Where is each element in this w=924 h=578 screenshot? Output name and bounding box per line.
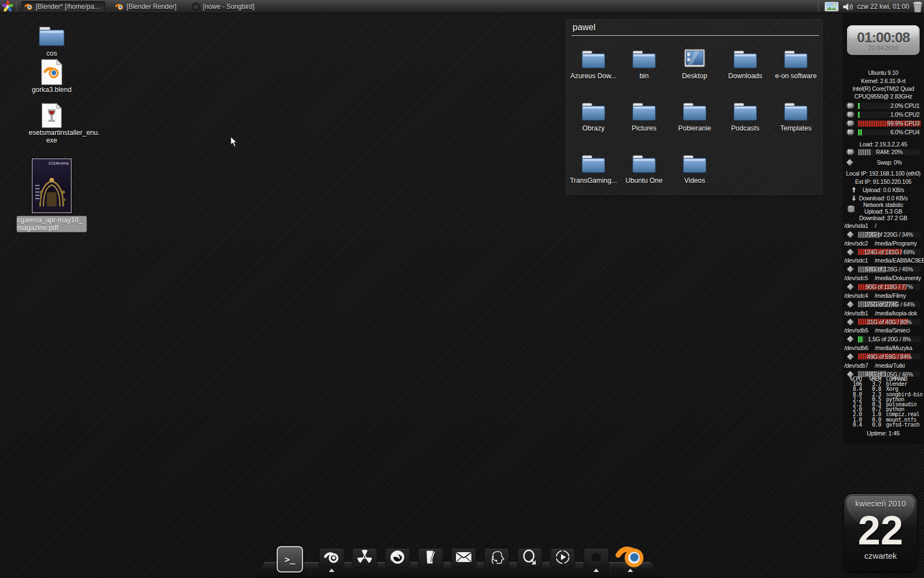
folder-view-item[interactable]: Podcasts: [720, 97, 771, 149]
disk-diamond-icon: [846, 265, 855, 273]
dock-launcher-mail[interactable]: [455, 549, 472, 565]
folder-view-item[interactable]: Desktop: [669, 45, 720, 97]
process-row: 0.40.0gvfsd-trash: [848, 422, 923, 427]
folder-view-item[interactable]: TransGaming...: [568, 149, 619, 201]
disk-device-row: /dev/sdb5/media/Smieci: [844, 326, 923, 334]
folder-view-item-label: Podcasts: [731, 124, 759, 132]
folder-view-item-label: Downloads: [728, 72, 762, 80]
disk-mount: /media/Filmy: [875, 292, 906, 299]
desktop-icon-gorka3-blend[interactable]: gorka3.blend: [29, 58, 75, 94]
desktop-icon-label: gorka3.blend: [29, 86, 75, 94]
pdf-magazine-icon[interactable]: CGArena: [32, 159, 72, 213]
blender-logo-icon: [43, 65, 61, 79]
selected-icon-label[interactable]: cgarena_apr-may10_ magazine.pdf: [16, 216, 87, 232]
dock-launcher-q-letter[interactable]: [521, 549, 538, 565]
folder-view-item[interactable]: Pictures: [619, 97, 669, 149]
running-indicator-arrow: [593, 569, 599, 572]
cpu-bar-fill: [858, 129, 862, 135]
wine-glass-icon: [46, 108, 58, 124]
magazine-cover-art: [32, 168, 71, 212]
taskbar-task-3[interactable]: [nowe - Songbird]: [189, 1, 260, 12]
disk-mount: /media/Tutki: [875, 362, 905, 369]
disk-mount: /media/Smieci: [875, 327, 910, 334]
conky-system-monitor: 01:00:08 22.04.2010 Ubuntu 9.10 Kernel: …: [843, 13, 924, 444]
disk-diamond-icon: [846, 248, 855, 256]
taskbar-task-1[interactable]: [Blender* [/home/pa...: [21, 1, 105, 12]
folder-view-grid: Azureus Dow...binDesktopDownloadse-on so…: [568, 45, 821, 194]
disk-usage-row: 49G of 59G / 84%: [845, 353, 922, 361]
disk-usage-label: 124G of 181G / 69%: [858, 248, 921, 256]
folder-view-item[interactable]: bin: [619, 45, 669, 97]
folder-icon: [631, 48, 657, 69]
cpu-chip-icon: [846, 128, 855, 136]
folder-icon: [38, 24, 65, 47]
folder-view-divider: [571, 35, 819, 36]
panel-clock[interactable]: czw 22 kwi, 01:00: [857, 3, 909, 10]
folder-view-item[interactable]: Obrazy: [568, 97, 619, 149]
dock-launcher-drink-glass[interactable]: [422, 549, 439, 565]
conky-download-speed: Download: 0.0 KB/s: [845, 194, 922, 202]
disk-usage-label: 49G of 59G / 84%: [858, 353, 921, 361]
dock-launcher-radiation[interactable]: [356, 549, 373, 565]
folder-view-item-label: TransGaming...: [570, 177, 617, 184]
cpu-usage-label: 6.0% CPU4: [890, 128, 920, 136]
dock-launcher-firefox[interactable]: [389, 549, 406, 565]
swap-diamond-icon: [846, 159, 854, 166]
folder-view-item[interactable]: Templates: [771, 97, 821, 149]
folder-view-item[interactable]: Videos: [669, 149, 720, 201]
distro-pinwheel-icon[interactable]: [2, 1, 14, 13]
folder-view-item-label: Videos: [684, 177, 705, 184]
folder-view-item[interactable]: Azureus Dow...: [568, 45, 619, 97]
disk-mount: /media/Muzyka: [875, 345, 912, 351]
conky-local-ip: Local IP: 192.168.1.100 (eth0): [843, 170, 924, 177]
dock-launcher-songbird-bird[interactable]: [588, 549, 604, 565]
disk-device-row: /dev/sdc2/media/Programy: [844, 239, 923, 247]
folder-view-item[interactable]: Downloads: [720, 45, 771, 97]
wallpaper-icon[interactable]: [824, 2, 839, 12]
folder-icon: [783, 48, 809, 69]
conky-upload-speed: Upload: 0.0 KB/s: [845, 186, 922, 194]
disk-device: /dev/sda1: [844, 222, 868, 229]
conky-os: Ubuntu 9.10: [843, 69, 924, 76]
dock-launcher-headset-person[interactable]: [488, 549, 505, 565]
folder-view-item[interactable]: Ubuntu One: [619, 149, 669, 201]
mouse-cursor: [230, 136, 238, 148]
folder-view-item[interactable]: e-on software: [771, 45, 821, 97]
dock-launcher-media-play[interactable]: [554, 549, 571, 565]
taskbar-task-2[interactable]: [Blender Render]: [113, 1, 182, 12]
desktop-icon-esetsmartinstaller[interactable]: esetsmartinstaller_enu. exe: [29, 102, 75, 144]
conky-date: 22.04.2010: [847, 45, 920, 51]
dock-launcher-blender-mono[interactable]: [323, 549, 340, 565]
terminal-icon: >_: [284, 554, 295, 565]
dock-launcher-blender-active[interactable]: [614, 543, 646, 569]
trash-icon[interactable]: [912, 1, 923, 13]
folder-view-title[interactable]: pawel: [573, 23, 596, 32]
conky-cpu-model: CPUQ9550@ 2.83GHz: [843, 93, 924, 100]
calendar-month: kwiecień 2010: [844, 499, 917, 508]
applet-handle[interactable]: [15, 2, 18, 11]
desktop-icon-cos[interactable]: cos: [29, 24, 75, 57]
disk-usage-row: 124G of 181G / 69%: [845, 248, 922, 256]
disk-mount: /media/EAB8AC9EB: [875, 257, 924, 264]
magazine-title-text: CGArena: [32, 159, 71, 166]
volume-icon[interactable]: [842, 2, 854, 12]
cpu-usage-label: 2.0% CPU1: [890, 102, 920, 110]
task-label: [Blender* [/home/pa...: [36, 3, 100, 10]
conky-ext-ip: Ext IP: 91.150.220.105: [843, 178, 924, 185]
conky-ram-label: RAM: 20%: [858, 148, 921, 156]
dock-launcher-terminal[interactable]: >_: [277, 546, 303, 572]
cpu-bar-fill: [858, 112, 860, 118]
panel-tray: czw 22 kwi, 01:00: [816, 0, 923, 13]
songbird-icon: [191, 2, 200, 11]
conky-swap-label: Swap: 0%: [858, 159, 921, 166]
cpu-usage-row: 2.0% CPU1: [845, 102, 922, 110]
disk-usage-row: 58G of 128G / 45%: [845, 265, 922, 273]
applet-handle[interactable]: [817, 2, 820, 11]
folder-view-item-label: Azureus Dow...: [570, 72, 617, 80]
folder-icon: [581, 48, 606, 69]
folder-view-item[interactable]: Pobieranie: [669, 97, 720, 149]
conky-kernel: Kernel: 2.6.31-9-rt: [843, 78, 924, 84]
folder-view-item-label: Pictures: [631, 124, 656, 132]
disk-device: /dev/sdc2: [844, 240, 868, 247]
cpu-usage-row: 99.9% CPU3: [845, 119, 922, 127]
